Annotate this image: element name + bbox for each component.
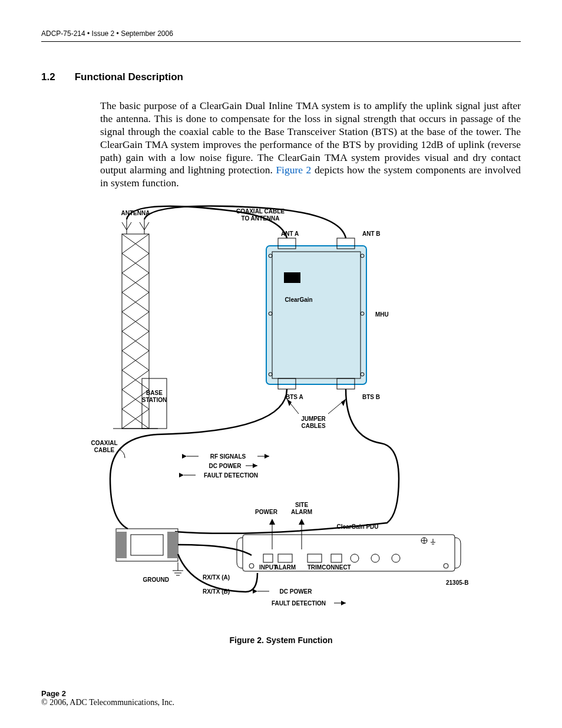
cleargain-label: ClearGain bbox=[285, 297, 312, 303]
pdu-icon: INPUT ALARM TRIM CONNECT bbox=[237, 535, 461, 571]
svg-marker-44 bbox=[265, 454, 269, 459]
jumper-l1: JUMPER bbox=[301, 416, 326, 422]
copyright: © 2006, ADC Telecommunications, Inc. bbox=[41, 698, 174, 707]
svg-rect-52 bbox=[131, 535, 163, 555]
ground-icon bbox=[173, 562, 183, 575]
jumper-l2: CABLES bbox=[301, 423, 325, 429]
svg-rect-63 bbox=[278, 554, 292, 562]
system-function-diagram: ANTENNA ADC ClearGain MHU bbox=[81, 202, 481, 626]
jumper-arrow-right bbox=[328, 399, 346, 414]
svg-text:TRIM: TRIM bbox=[308, 564, 322, 571]
rf-signals-label: RF SIGNALS bbox=[210, 453, 246, 460]
mhu-icon: ADC ClearGain bbox=[266, 238, 366, 389]
document-page: ADCP-75-214 • Issue 2 • September 2006 1… bbox=[0, 0, 562, 728]
svg-rect-24 bbox=[266, 246, 366, 384]
svg-marker-58 bbox=[269, 519, 275, 525]
figure-reference-link[interactable]: Figure 2 bbox=[276, 164, 311, 176]
svg-point-67 bbox=[371, 554, 379, 562]
coax-cable-l2: CABLE bbox=[94, 447, 115, 453]
figure-container: ANTENNA ADC ClearGain MHU bbox=[41, 202, 521, 645]
coax-cable-l1: COAXIAL bbox=[91, 440, 118, 446]
svg-text:ALARM: ALARM bbox=[275, 564, 296, 571]
svg-marker-40 bbox=[341, 399, 346, 406]
dc-power-2-label: DC POWER bbox=[280, 588, 313, 595]
cable-bts-b bbox=[175, 389, 399, 533]
power-label: POWER bbox=[255, 509, 278, 515]
site-alarm-l1: SITE bbox=[295, 502, 309, 508]
cable-rxtx-a bbox=[178, 545, 252, 555]
ground-label: GROUND bbox=[143, 577, 169, 583]
svg-text:CONNECT: CONNECT bbox=[322, 564, 351, 571]
base-station-l2: STATION bbox=[142, 397, 167, 403]
figure-id-label: 21305-B bbox=[446, 579, 468, 586]
svg-rect-64 bbox=[308, 554, 322, 562]
svg-marker-46 bbox=[253, 463, 257, 468]
fault-detection-2-label: FAULT DETECTION bbox=[272, 600, 326, 607]
svg-rect-65 bbox=[331, 554, 342, 562]
section-number: 1.2 bbox=[41, 71, 72, 83]
cleargain-pdu-label: ClearGain PDU bbox=[336, 523, 378, 530]
bts-a-label: BTS A bbox=[286, 394, 303, 400]
adc-logo-label: ADC bbox=[286, 275, 299, 281]
mhu-label: MHU bbox=[375, 311, 389, 318]
base-station-l1: BASE bbox=[146, 390, 163, 396]
bts-b-label: BTS B bbox=[362, 394, 380, 400]
svg-marker-41 bbox=[182, 454, 187, 459]
site-alarm-l2: ALARM bbox=[291, 509, 312, 515]
ant-b-label: ANT B bbox=[362, 230, 381, 237]
svg-marker-47 bbox=[179, 473, 184, 477]
svg-point-69 bbox=[249, 564, 254, 568]
svg-marker-84 bbox=[341, 601, 346, 605]
svg-marker-60 bbox=[299, 519, 305, 525]
signal-flow-labels: RF SIGNALS DC POWER FAULT DETECTION bbox=[179, 453, 269, 479]
base-station-icon bbox=[142, 378, 167, 429]
fault-detection-label: FAULT DETECTION bbox=[204, 472, 258, 479]
page-header: ADCP-75-214 • Issue 2 • September 2006 bbox=[41, 29, 521, 42]
jumper-arrow-left bbox=[287, 399, 299, 414]
svg-rect-62 bbox=[263, 554, 273, 562]
svg-rect-51 bbox=[167, 532, 178, 558]
page-number: Page 2 bbox=[41, 689, 174, 698]
cable-rxtx-b bbox=[178, 554, 257, 592]
svg-point-66 bbox=[351, 554, 359, 562]
dc-power-label: DC POWER bbox=[209, 463, 242, 469]
cable-bts-a bbox=[110, 389, 287, 529]
splice-box-icon bbox=[116, 529, 178, 561]
body-paragraph: The basic purpose of a ClearGain Dual In… bbox=[100, 100, 521, 190]
svg-point-68 bbox=[392, 554, 400, 562]
svg-point-70 bbox=[444, 564, 448, 568]
page-footer: Page 2 © 2006, ADC Telecommunications, I… bbox=[41, 689, 174, 707]
rxtx-a-label: RX/TX (A) bbox=[203, 574, 230, 581]
svg-rect-50 bbox=[116, 532, 127, 558]
figure-caption: Figure 2. System Function bbox=[41, 635, 521, 645]
svg-marker-81 bbox=[253, 589, 257, 594]
section-heading: 1.2 Functional Description bbox=[41, 71, 521, 83]
lower-flow-labels: DC POWER FAULT DETECTION bbox=[253, 588, 346, 607]
section-title: Functional Description bbox=[75, 71, 183, 83]
